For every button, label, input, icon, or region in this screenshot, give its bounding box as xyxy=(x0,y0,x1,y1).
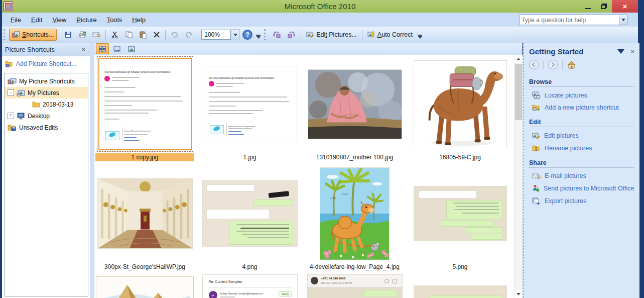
email-pictures-icon xyxy=(532,172,541,179)
menu-view[interactable]: View xyxy=(48,14,71,26)
toolbar-separator xyxy=(105,30,106,40)
thumbnail-1-copy-jpg[interactable]: Interview Scheduled @ Shapan Systems and… xyxy=(95,56,194,161)
restore-button[interactable] xyxy=(596,0,612,13)
thumbnail-cartoon-camel-jpg[interactable]: 4-deveilefare-ing-low_Page_4.jpg xyxy=(305,166,404,271)
menu-help[interactable]: Help xyxy=(127,14,150,26)
menu-edit[interactable]: Edit xyxy=(27,14,47,26)
thumbnail-view-button[interactable] xyxy=(96,43,109,54)
cut-button[interactable] xyxy=(108,29,122,41)
home-icon[interactable] xyxy=(567,61,576,69)
thumbnail-image[interactable]: Interview Scheduled @ Shapan Systems and… xyxy=(203,66,297,142)
help-icon[interactable]: ? xyxy=(242,30,252,40)
zoom-value[interactable]: 100% xyxy=(201,30,231,40)
chevron-down-icon xyxy=(517,293,521,295)
menu-file[interactable]: File xyxy=(6,14,26,26)
zoom-combobox[interactable]: 100% xyxy=(201,30,240,40)
thumbnail-image[interactable] xyxy=(202,180,298,247)
help-search-input[interactable] xyxy=(520,17,619,24)
cut-icon xyxy=(111,31,119,39)
scrollbar-thumb[interactable] xyxy=(515,64,522,120)
rotate-right-button[interactable] xyxy=(284,29,299,41)
vertical-scrollbar[interactable] xyxy=(514,55,523,298)
close-button[interactable]: × xyxy=(612,0,638,13)
rotate-left-button[interactable] xyxy=(270,29,284,41)
paste-icon xyxy=(139,31,147,39)
thumbnail-mother-jpg[interactable]: 1310190807_mother 100.jpg xyxy=(305,56,404,161)
paste-button[interactable] xyxy=(136,29,150,41)
undo-button[interactable] xyxy=(168,29,182,41)
thumbnail-st-georges-hall-jpg[interactable]: 300px-St_George'sHallWP.jpg xyxy=(95,166,194,271)
save-button[interactable] xyxy=(61,29,75,41)
auto-correct-button[interactable]: Auto Correct xyxy=(364,29,416,41)
unsaved-edits-icon xyxy=(8,124,17,131)
export-pictures-link[interactable]: Export pictures xyxy=(524,194,639,207)
rotate-right-icon xyxy=(287,31,296,39)
add-shortcut-icon xyxy=(532,104,541,111)
thumbnail-chat-fragment[interactable] xyxy=(411,274,509,298)
thumbnail-image[interactable]: Re. Content Samples IA Imtiaz Ahmad <imt… xyxy=(202,274,298,298)
filmstrip-view-button[interactable] xyxy=(110,43,123,54)
tree-item-my-picture-shortcuts[interactable]: My Picture Shortcuts xyxy=(5,75,88,87)
back-button[interactable] xyxy=(529,60,539,69)
thumbnail-image[interactable] xyxy=(414,285,507,298)
copy-button[interactable] xyxy=(122,29,136,41)
tree-item-2018-03-13[interactable]: 2018-03-13 xyxy=(5,98,88,110)
help-search-dropdown[interactable] xyxy=(619,15,627,25)
thumbnail-image[interactable]: +971 54 399 2648 last seen today at 10:5… xyxy=(307,274,403,298)
send-to-office-link[interactable]: Send pictures to Microsoft Office xyxy=(524,182,639,194)
locate-pictures-link[interactable]: Locate pictures xyxy=(524,89,639,102)
attachment-icon xyxy=(393,279,397,283)
thumbnail-pyramids[interactable] xyxy=(95,274,194,298)
filmstrip-view-icon xyxy=(113,46,120,52)
edit-pictures-link[interactable]: Edit pictures xyxy=(524,129,639,142)
scroll-up-button[interactable] xyxy=(514,55,523,63)
email-pictures-link[interactable]: E-mail pictures xyxy=(524,170,639,182)
mail-button[interactable] xyxy=(89,29,103,41)
tree-item-desktop[interactable]: + Desktop xyxy=(5,110,88,122)
print-button[interactable] xyxy=(75,29,89,41)
toolbar-options-icon[interactable] xyxy=(418,35,422,39)
thumbnail-1-jpg[interactable]: Interview Scheduled @ Shapan Systems and… xyxy=(200,56,299,161)
toolbar-grip[interactable] xyxy=(264,29,268,40)
scroll-down-button[interactable] xyxy=(514,290,523,298)
thumbnail-content-samples-email[interactable]: Re. Content Samples IA Imtiaz Ahmad <imt… xyxy=(200,274,299,298)
panel-splitter[interactable] xyxy=(90,43,94,298)
expand-icon[interactable]: + xyxy=(8,113,14,119)
task-pane-dropdown-icon[interactable] xyxy=(617,49,624,54)
rename-pictures-link[interactable]: Rename pictures xyxy=(524,142,639,154)
toolbar-grip[interactable] xyxy=(4,29,8,40)
thumbnail-image[interactable] xyxy=(414,186,507,241)
thumbnail-camel-figurine-jpg[interactable]: 16805-59-C.jpg xyxy=(411,56,509,161)
shortcuts-button[interactable]: Shortcuts... xyxy=(9,29,57,41)
redo-button[interactable] xyxy=(182,29,196,41)
tree-item-my-pictures[interactable]: - My Pictures xyxy=(5,87,88,98)
thumbnail-image[interactable] xyxy=(320,167,390,260)
thumbnail-image[interactable]: Interview Scheduled @ Shapan Systems and… xyxy=(98,58,192,150)
thumbnail-image[interactable] xyxy=(97,178,193,249)
panel-close-icon[interactable]: × xyxy=(80,46,87,53)
tree-item-unsaved-edits[interactable]: Unsaved Edits xyxy=(5,122,88,133)
task-pane-close-icon[interactable]: × xyxy=(630,48,634,55)
single-picture-view-button[interactable] xyxy=(125,43,138,54)
thumbnail-4-png[interactable]: 4.png xyxy=(200,166,299,271)
forward-button[interactable] xyxy=(548,60,558,69)
title-bar: Microsoft Office 2010 × xyxy=(2,0,638,13)
edit-pictures-button[interactable]: Edit Pictures... xyxy=(303,29,360,41)
delete-button[interactable] xyxy=(150,29,163,40)
thumbnail-image[interactable] xyxy=(96,276,194,298)
section-browse: Browse xyxy=(524,73,639,86)
add-picture-shortcut-link[interactable]: Add Picture Shortcut... xyxy=(2,56,90,71)
add-picture-shortcut-pane-link[interactable]: Add a new picture shortcut xyxy=(524,102,639,114)
minimize-button[interactable] xyxy=(580,0,596,13)
thumbnail-image[interactable] xyxy=(308,69,402,139)
thumbnail-5-png[interactable]: 5.png xyxy=(411,166,509,271)
collapse-icon[interactable]: - xyxy=(8,89,14,96)
menu-tools[interactable]: Tools xyxy=(102,14,126,26)
thumbnail-whatsapp-chat[interactable]: +971 54 399 2648 last seen today at 10:5… xyxy=(305,274,404,298)
thumbnail-image[interactable] xyxy=(414,60,507,148)
menu-picture[interactable]: Picture xyxy=(72,14,101,26)
thumbnail-caption: 16805-59-C.jpg xyxy=(411,153,509,161)
toolbar-options-icon[interactable] xyxy=(256,35,261,39)
zoom-dropdown[interactable] xyxy=(231,29,240,40)
single-picture-view-icon xyxy=(128,46,135,52)
